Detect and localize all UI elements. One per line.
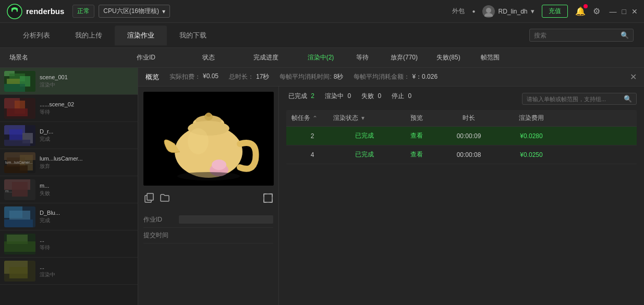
list-item[interactable]: lum...lusCamer... lum...lusCamer... 放弃 xyxy=(0,149,138,176)
scene-info: lum...lusCamer... 放弃 xyxy=(40,155,133,170)
th-scene: 场景名 xyxy=(5,53,110,62)
svg-rect-18 xyxy=(4,140,30,146)
avatar xyxy=(482,5,495,18)
scene-info: D_Blu... 完成 xyxy=(40,210,133,224)
search-input[interactable] xyxy=(534,32,617,39)
search-box: 🔍 xyxy=(529,29,634,42)
list-item[interactable]: scene_001 渲染中 xyxy=(0,68,138,95)
fth-preview: 预览 xyxy=(396,114,438,123)
svg-rect-23 xyxy=(4,165,28,173)
sort-icon[interactable]: ⌃ xyxy=(312,115,318,122)
preview-image xyxy=(143,92,274,186)
close-button[interactable]: ✕ xyxy=(631,8,638,15)
username: RD_lin_dh xyxy=(498,8,527,15)
list-item[interactable]: D_Blu... 完成 xyxy=(0,203,138,230)
expand-icon[interactable] xyxy=(263,193,273,205)
scene-thumbnail xyxy=(4,98,35,119)
th-rendering: 渲染中(2) xyxy=(297,53,344,62)
window-controls: — □ ✕ xyxy=(610,8,638,15)
logo-text: renderbus xyxy=(26,7,64,16)
detail-close-button[interactable]: ✕ xyxy=(630,72,637,82)
copy-icon[interactable] xyxy=(143,192,155,206)
svg-rect-16 xyxy=(9,129,22,141)
svg-text:lum...lusCamer...: lum...lusCamer... xyxy=(5,161,33,164)
svg-rect-32 xyxy=(4,219,33,227)
stat-failed: 失败 0 xyxy=(359,92,381,101)
info-bar: 概览 实际扣费： ¥0.05 总时长： 17秒 每帧平均消耗时间: 8秒 每帧平… xyxy=(138,68,644,87)
meta-jobid-value xyxy=(179,215,273,224)
th-progress: 完成进度 xyxy=(235,53,297,62)
frame-preview-2: 查看 xyxy=(396,150,438,159)
fth-cost: 渲染费用 xyxy=(500,114,563,123)
cpu-selector[interactable]: CPU六区(16物理核) ▾ xyxy=(99,5,170,18)
scene-info: ......scene_02 等待 xyxy=(40,101,133,116)
svg-point-47 xyxy=(212,160,226,170)
frame-duration-2: 00:00:08 xyxy=(438,151,500,158)
svg-rect-51 xyxy=(147,193,153,200)
dot-icon: ● xyxy=(472,8,475,14)
frame-search-icon: 🔍 xyxy=(624,95,632,103)
frame-status-1: 已完成 xyxy=(333,131,396,140)
fth-duration: 时长 xyxy=(438,114,500,123)
svg-rect-31 xyxy=(9,211,30,220)
frame-duration-1: 00:00:09 xyxy=(438,132,500,140)
svg-rect-52 xyxy=(264,194,272,202)
list-item[interactable]: ... 等待 xyxy=(0,230,138,258)
detail-title: 概览 xyxy=(145,72,159,82)
fth-status: 渲染状态 ▼ xyxy=(333,114,396,123)
svg-rect-9 xyxy=(4,84,25,92)
folder-icon[interactable] xyxy=(159,192,171,206)
list-item[interactable]: ......scene_02 等待 xyxy=(0,95,138,122)
preview-meta: 作业ID 提交时间 xyxy=(143,212,273,243)
tab-my-downloads[interactable]: 我的下载 xyxy=(167,26,219,45)
table-header: 场景名 作业ID 状态 完成进度 渲染中(2) 等待 放弃(770) 失败(85… xyxy=(0,48,644,68)
frames-table: 帧任务 ⌃ 渲染状态 ▼ 预览 时长 渲染费用 2 xyxy=(286,110,637,300)
main-content: scene_001 渲染中 ......scene_02 等待 xyxy=(0,68,644,305)
scene-sub: 失败 xyxy=(40,190,133,197)
frame-preview-1: 查看 xyxy=(396,131,438,140)
tab-render-jobs[interactable]: 渲染作业 xyxy=(115,26,167,45)
svg-rect-35 xyxy=(4,241,35,252)
recharge-button[interactable]: 充值 xyxy=(542,5,568,18)
tab-analysis-list[interactable]: 分析列表 xyxy=(10,26,63,45)
gear-icon[interactable]: ⚙ xyxy=(593,6,600,16)
scene-name: m... xyxy=(40,182,133,189)
meta-submit-row: 提交时间 xyxy=(143,228,273,243)
scene-name: lum...lusCamer... xyxy=(40,155,133,162)
frame-status-2: 已完成 xyxy=(333,150,396,159)
table-row[interactable]: 2 已完成 查看 00:00:09 ¥0.0280 xyxy=(286,127,637,145)
th-jobid: 作业ID xyxy=(110,53,183,62)
frames-side: 已完成 2 渲染中 0 失败 0 停止 0 xyxy=(279,87,644,305)
scene-sub: 等待 xyxy=(40,108,133,116)
scene-info: scene_001 渲染中 xyxy=(40,74,133,89)
scene-name: D_r... xyxy=(40,128,133,135)
th-status: 状态 xyxy=(183,53,235,62)
list-item[interactable]: D_r... 完成 xyxy=(0,122,138,149)
scene-name: ... xyxy=(40,237,133,243)
scene-sub: 放弃 xyxy=(40,163,133,170)
fth-task: 帧任务 ⌃ xyxy=(291,114,333,123)
scene-thumbnail xyxy=(4,261,35,282)
logo-area: renderbus xyxy=(6,3,64,20)
svg-rect-27 xyxy=(12,182,28,197)
tab-my-uploads[interactable]: 我的上传 xyxy=(63,26,115,45)
scene-thumbnail xyxy=(4,206,35,227)
minimize-button[interactable]: — xyxy=(610,8,617,15)
avg-time-item: 每帧平均消耗时间: 8秒 xyxy=(280,72,343,81)
list-item[interactable]: m... m... 失败 xyxy=(0,176,138,203)
frame-search-input[interactable] xyxy=(527,96,621,102)
preview-side: 作业ID 提交时间 xyxy=(138,87,279,305)
scene-info: m... 失败 xyxy=(40,182,133,197)
list-item[interactable]: ... 渲染中 xyxy=(0,258,138,285)
table-row[interactable]: 4 已完成 查看 00:00:08 ¥0.0250 xyxy=(286,145,637,164)
nav-tabs: 分析列表 我的上传 渲染作业 我的下载 🔍 xyxy=(0,23,644,48)
user-area[interactable]: RD_lin_dh ▾ xyxy=(482,5,534,18)
maximize-button[interactable]: □ xyxy=(622,8,626,15)
frame-stats: 已完成 2 渲染中 0 失败 0 停止 0 xyxy=(286,92,411,101)
filter-icon[interactable]: ▼ xyxy=(360,115,366,121)
th-frame: 帧范围 xyxy=(469,53,511,62)
user-chevron-icon: ▾ xyxy=(531,7,534,15)
chevron-down-icon: ▾ xyxy=(162,8,165,15)
scene-sub: 渲染中 xyxy=(40,271,133,278)
bell-icon[interactable]: 🔔 xyxy=(575,7,586,16)
